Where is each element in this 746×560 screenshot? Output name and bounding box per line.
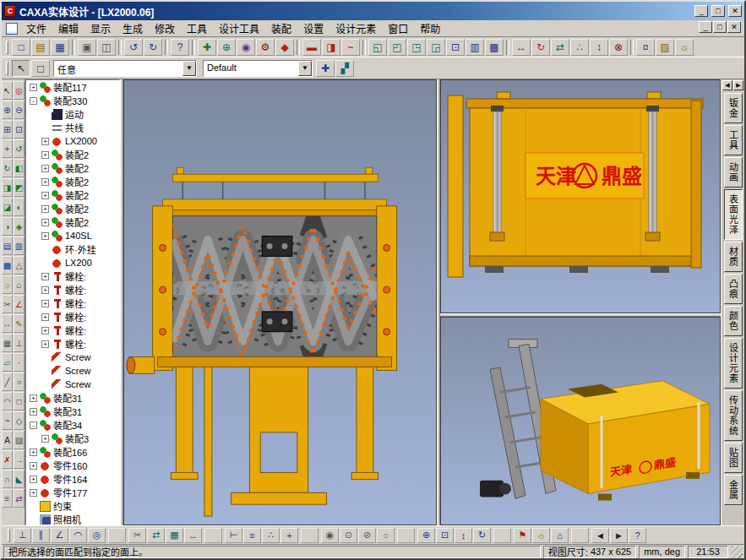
wireframe-render-icon[interactable]: ⊙ <box>340 528 357 543</box>
cut-tool-icon[interactable]: ✂ <box>128 528 146 543</box>
separator[interactable] <box>571 528 589 543</box>
snap-icon[interactable]: + <box>280 528 298 543</box>
circle-icon[interactable]: ○ <box>14 372 25 391</box>
outline-render-icon[interactable]: ○ <box>377 528 395 543</box>
wireframe-icon[interactable]: ▥ <box>466 39 484 56</box>
zoom-fit-tool-icon[interactable]: ⊡ <box>436 528 454 543</box>
hatch-icon[interactable]: ▨ <box>14 431 25 449</box>
mdi-minimize-button[interactable]: _ <box>699 21 712 33</box>
separator[interactable] <box>192 40 195 55</box>
help-icon[interactable]: ? <box>629 528 646 543</box>
titlebar[interactable]: C CAXA实体设计 - [LX2000.06] _ □ ✕ <box>2 2 744 20</box>
point-icon[interactable]: · <box>14 353 25 372</box>
axis-icon[interactable]: ⊥ <box>14 334 25 352</box>
tree-expand-toggle[interactable]: + <box>41 435 49 443</box>
tree-expand-toggle[interactable]: + <box>41 192 49 199</box>
rotate-icon[interactable]: ↻ <box>531 39 550 56</box>
tree-item[interactable]: 环·外挂 <box>26 242 119 256</box>
view-front-icon[interactable]: ◱ <box>368 39 387 56</box>
redo-icon[interactable]: ↻ <box>144 39 162 56</box>
dimension-icon[interactable]: ↔ <box>2 314 13 333</box>
tree-item[interactable]: + 装配2 <box>26 215 119 229</box>
save-icon[interactable]: ▦ <box>51 39 69 56</box>
tree-expand-toggle[interactable]: + <box>41 232 49 240</box>
mirror-icon[interactable]: ⇄ <box>551 39 569 56</box>
toolbar-grip[interactable] <box>6 41 8 54</box>
tree-expand-toggle[interactable]: + <box>41 151 49 159</box>
tree-item[interactable]: + LX2000 <box>26 134 119 148</box>
light-icon[interactable]: ☼ <box>2 275 13 294</box>
tree-expand-toggle[interactable]: + <box>41 138 49 145</box>
separator[interactable] <box>297 40 300 55</box>
app-icon[interactable]: C <box>4 5 16 17</box>
tree-expand-toggle[interactable]: + <box>30 394 37 402</box>
wireframe-icon[interactable]: ▤ <box>2 237 13 255</box>
view-top-icon[interactable]: ◩ <box>14 178 25 197</box>
menu-item[interactable]: 显示 <box>84 19 117 37</box>
tree-item[interactable]: + 零件177 <box>26 486 119 499</box>
mdi-restore-button[interactable]: □ <box>713 21 727 33</box>
separator[interactable] <box>204 528 222 543</box>
structure-icon[interactable]: ▞ <box>335 60 354 77</box>
tree-expand-toggle[interactable]: + <box>41 313 49 321</box>
view-bottom-icon[interactable]: ◪ <box>2 198 13 216</box>
tree-expand-toggle[interactable]: + <box>41 205 49 213</box>
angle-constraint-icon[interactable]: ∠ <box>51 528 68 543</box>
line-icon[interactable]: ╱ <box>2 372 13 391</box>
menu-item[interactable]: 修改 <box>149 19 181 37</box>
material-icon[interactable]: ▨ <box>656 39 674 56</box>
link-icon[interactable]: ⊕ <box>217 39 236 56</box>
iso-view-canvas[interactable]: 天津 鼎盛 <box>441 318 720 525</box>
tree-item[interactable]: + 装配166 <box>26 445 119 459</box>
zoom-window-icon[interactable]: ⊞ <box>2 120 13 139</box>
transparent-render-icon[interactable]: ⊘ <box>358 528 376 543</box>
mirror-icon[interactable]: ⇄ <box>14 489 25 508</box>
view-left-icon[interactable]: ◐ <box>14 198 25 216</box>
zoom-out-icon[interactable]: ⊖ <box>14 101 25 119</box>
tree-item[interactable]: + 零件160 <box>26 459 119 472</box>
tab-metal[interactable]: 金属 <box>724 475 743 505</box>
grid-icon[interactable]: ▦ <box>2 334 13 352</box>
document-icon[interactable] <box>6 23 18 35</box>
flag-icon[interactable]: ⚑ <box>514 528 531 543</box>
zoom-fit-icon[interactable]: ⊡ <box>14 120 25 139</box>
tab-transmission[interactable]: 传动系统 <box>724 390 743 441</box>
rect-icon[interactable]: □ <box>14 392 25 410</box>
view-top-icon[interactable]: ◰ <box>388 39 406 56</box>
measure-icon[interactable]: ∠ <box>14 295 25 313</box>
tree-expand-toggle[interactable]: + <box>30 408 37 416</box>
separator[interactable] <box>362 40 366 55</box>
align-constraint-icon[interactable]: ∥ <box>32 528 50 543</box>
scale-icon[interactable]: ↕ <box>590 39 608 56</box>
minimize-button[interactable]: _ <box>694 5 708 17</box>
tree-item[interactable]: + 装配31 <box>26 405 119 418</box>
tree-item[interactable]: + 装配3 <box>26 432 119 445</box>
print-preview-icon[interactable]: ◫ <box>97 39 116 56</box>
zoom-in-tool-icon[interactable]: ⊕ <box>417 528 435 543</box>
tree-item[interactable]: + 螺栓: <box>26 283 119 296</box>
center-align-icon[interactable]: ≡ <box>243 528 261 543</box>
undo-icon[interactable]: ↺ <box>124 39 143 56</box>
config-combobox[interactable]: Default ▼ <box>203 60 313 77</box>
arc-icon[interactable]: ◠ <box>2 392 13 410</box>
print-icon[interactable]: ▣ <box>78 39 96 56</box>
surface-icon[interactable]: ◨ <box>322 39 340 56</box>
separator[interactable] <box>165 40 168 55</box>
front-view-viewport[interactable] <box>123 79 437 525</box>
menu-item[interactable]: 生成 <box>117 19 149 37</box>
polygon-icon[interactable]: ◇ <box>14 411 25 430</box>
pattern-tool-icon[interactable]: ▦ <box>166 528 183 543</box>
chamfer-icon[interactable]: ◣ <box>14 470 25 488</box>
tab-texture[interactable]: 贴图 <box>724 443 743 473</box>
home-icon[interactable]: ⌂ <box>551 528 569 543</box>
tangent-constraint-icon[interactable]: ◠ <box>69 528 87 543</box>
select-arrow-icon[interactable]: ↖ <box>12 60 30 77</box>
sun-icon[interactable]: ☼ <box>532 528 550 543</box>
menu-item[interactable]: 工具 <box>181 19 213 37</box>
tree-item[interactable]: + 装配2 <box>26 148 119 161</box>
tree-item[interactable]: + 零件164 <box>26 472 119 486</box>
view-back-icon[interactable]: ◨ <box>2 178 13 197</box>
separator[interactable] <box>301 528 319 543</box>
tree-expand-toggle[interactable]: + <box>41 286 49 294</box>
tree-expand-toggle[interactable]: + <box>41 178 49 186</box>
